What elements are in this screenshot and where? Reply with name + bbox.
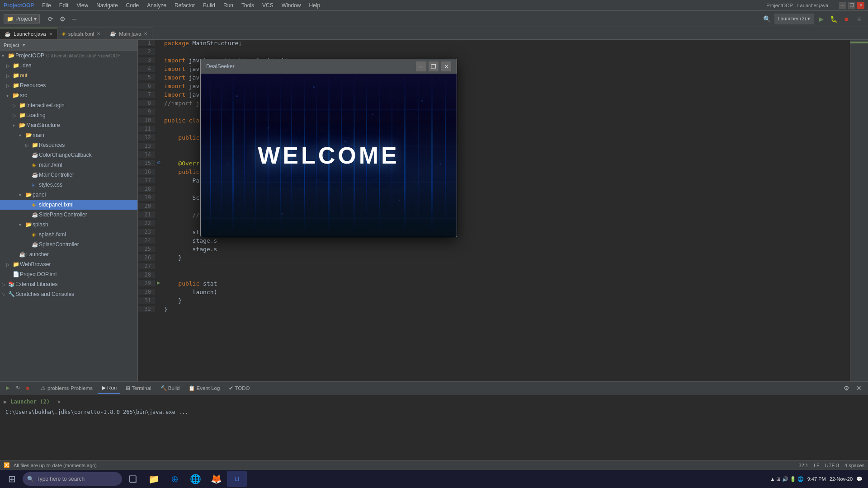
- tree-splash-fxml[interactable]: ◈ splash.fxml: [0, 230, 137, 239]
- menu-item-navigate[interactable]: Navigate: [93, 1, 121, 9]
- tree-web-browser[interactable]: ▷ 📁 WebBrowser: [0, 259, 137, 269]
- tree-idea[interactable]: ▷ 📁 .idea: [0, 61, 137, 70]
- minimize-button[interactable]: ─: [839, 2, 846, 9]
- bottom-tab-terminal[interactable]: ⊞ Terminal: [122, 382, 155, 394]
- bottom-tab-build[interactable]: 🔨 Build: [157, 382, 184, 394]
- menu-item-run[interactable]: Run: [220, 1, 237, 9]
- line-sep-indicator[interactable]: LF: [814, 463, 820, 468]
- tree-sidepanel-fxml[interactable]: ◈ sidepanel.fxml: [0, 200, 137, 210]
- expand-arrow: ▷: [6, 63, 13, 68]
- tree-project-iml[interactable]: 📄 ProjectOOP.iml: [0, 269, 137, 279]
- bottom-tab-eventlog[interactable]: 📋 Event Log: [185, 382, 223, 394]
- menu-item-help[interactable]: Help: [305, 1, 324, 9]
- code-line-26: 26 }: [138, 254, 850, 263]
- tree-resources-inner[interactable]: ▷ 📁 Resources: [0, 140, 137, 150]
- tree-main-controller[interactable]: ☕ MainController: [0, 170, 137, 180]
- tree-src[interactable]: ▾ 📂 src: [0, 90, 137, 100]
- indent-indicator[interactable]: 4 spaces: [844, 463, 864, 468]
- cursor-position[interactable]: 32:1: [799, 463, 808, 468]
- tree-splash-folder[interactable]: ▾ 📂 splash: [0, 220, 137, 230]
- command-text: C:\Users\bukha\.jdks\corretto-1.8.0_265\…: [5, 409, 189, 415]
- fw-restore-button[interactable]: ❐: [429, 61, 439, 71]
- intellij-button[interactable]: IJ: [227, 471, 247, 487]
- run-stop-button[interactable]: ■: [24, 384, 32, 392]
- menu-item-refactor[interactable]: Refactor: [171, 1, 198, 9]
- chrome-button[interactable]: 🌐: [185, 471, 205, 487]
- more-tools-button[interactable]: ≡: [854, 14, 864, 24]
- bottom-tab-todo[interactable]: ✔ TODO: [225, 382, 253, 394]
- fw-close-button[interactable]: ✕: [441, 61, 451, 71]
- run-config-button[interactable]: Launcher (2) ▾: [774, 14, 814, 24]
- tab-launcher-java[interactable]: ☕ Launcher.java ✕: [0, 28, 57, 39]
- close-button[interactable]: ✕: [857, 2, 864, 9]
- menu-item-vcs[interactable]: VCS: [259, 1, 277, 9]
- tree-panel-folder[interactable]: ▾ 📂 panel: [0, 190, 137, 200]
- close-run-tab-button[interactable]: ✕: [53, 396, 64, 407]
- tree-color-change[interactable]: ☕ ColorChangeCallback: [0, 150, 137, 160]
- folder-icon: 📁: [13, 82, 20, 89]
- tree-styles-css[interactable]: # styles.css: [0, 180, 137, 190]
- project-selector[interactable]: 📁 Project ▾: [4, 14, 40, 23]
- svg-point-33: [440, 164, 441, 165]
- firefox-button[interactable]: 🦊: [206, 471, 226, 487]
- code-line-25: 25 stage.s: [138, 246, 850, 254]
- tree-interactive-login[interactable]: ▷ 📁 InteractiveLogin: [0, 100, 137, 110]
- tree-external-libraries[interactable]: ▷ 📚 External Libraries: [0, 279, 137, 289]
- tab-splash-fxml[interactable]: ◈ splash.fxml ✕: [57, 28, 106, 39]
- bottom-tab-run[interactable]: ▶ Run: [98, 382, 120, 394]
- taskbar-search[interactable]: 🔍 Type here to search: [23, 472, 122, 486]
- menu-item-view[interactable]: View: [73, 1, 92, 9]
- tree-project-root[interactable]: ▾ 📂 ProjectOOP C:\Users\bukha\Desktop\Pr…: [0, 51, 137, 61]
- idea-label: .idea: [20, 62, 32, 69]
- tree-loading[interactable]: ▷ 📁 Loading: [0, 110, 137, 120]
- tree-resources[interactable]: ▷ 📁 Resources: [0, 80, 137, 90]
- sync-button[interactable]: ⟳: [45, 14, 56, 24]
- file-explorer-button[interactable]: 📁: [144, 471, 164, 487]
- task-view-button[interactable]: ❑: [123, 471, 143, 487]
- tab-main-close[interactable]: ✕: [144, 31, 147, 36]
- tree-sidepanel-controller[interactable]: ☕ SidePanelController: [0, 210, 137, 220]
- menu-item-edit[interactable]: Edit: [56, 1, 72, 9]
- java-file-icon: ☕: [32, 241, 39, 248]
- fw-minimize-button[interactable]: ─: [416, 61, 426, 71]
- bottom-tab-problems[interactable]: ⚠ problemsProblems: [37, 382, 96, 394]
- folder-icon: 📂: [25, 132, 33, 138]
- menu-item-file[interactable]: File: [38, 1, 54, 9]
- tree-scratches[interactable]: ▷ 🔧 Scratches and Consoles: [0, 289, 137, 299]
- menu-item-window[interactable]: Window: [278, 1, 305, 9]
- menu-item-analyze[interactable]: Analyze: [143, 1, 170, 9]
- debug-button[interactable]: 🐛: [828, 14, 839, 24]
- encoding-indicator[interactable]: UTF-8: [825, 463, 839, 468]
- floating-window-title-bar[interactable]: DealSeeker ─ ❐ ✕: [201, 59, 457, 74]
- tab-main-java[interactable]: ☕ Main.java ✕: [105, 28, 152, 39]
- code-line-2: 2: [138, 48, 850, 57]
- run-play-button[interactable]: ▶: [4, 384, 12, 392]
- stop-button[interactable]: ■: [841, 14, 852, 24]
- start-button[interactable]: ⊞: [2, 471, 22, 487]
- clock-time: 9:47 PM: [807, 476, 826, 482]
- tab-launcher-close[interactable]: ✕: [49, 32, 52, 37]
- tree-splash-controller[interactable]: ☕ SplashController: [0, 239, 137, 249]
- code-line-30: 30 launch(: [138, 289, 850, 297]
- folder-icon: 📁: [32, 142, 39, 148]
- settings-icon[interactable]: ⚙: [57, 14, 68, 24]
- edge-button[interactable]: ⊕: [165, 471, 184, 487]
- tree-out[interactable]: ▷ 📁 out: [0, 70, 137, 80]
- minus-icon[interactable]: ─: [69, 14, 80, 24]
- close-panel-button[interactable]: ✕: [854, 383, 864, 394]
- clock-date: 22-Nov-20: [830, 476, 853, 482]
- menu-item-tools[interactable]: Tools: [238, 1, 258, 9]
- search-everywhere-button[interactable]: 🔍: [762, 14, 773, 24]
- run-button[interactable]: ▶: [816, 14, 826, 24]
- tree-launcher[interactable]: ☕ Launcher: [0, 249, 137, 259]
- tree-main-folder[interactable]: ▾ 📂 main: [0, 130, 137, 140]
- task-view-icon: ❑: [129, 474, 137, 484]
- tab-splash-close[interactable]: ✕: [97, 31, 100, 36]
- tree-main-fxml[interactable]: ◈ main.fxml: [0, 160, 137, 170]
- tree-main-structure[interactable]: ▾ 📂 MainStructure: [0, 120, 137, 130]
- run-rerun-button[interactable]: ↻: [14, 384, 22, 392]
- restore-button[interactable]: ❐: [848, 2, 855, 9]
- settings-gear-button[interactable]: ⚙: [841, 383, 852, 394]
- menu-item-code[interactable]: Code: [123, 1, 143, 9]
- menu-item-build[interactable]: Build: [199, 1, 219, 9]
